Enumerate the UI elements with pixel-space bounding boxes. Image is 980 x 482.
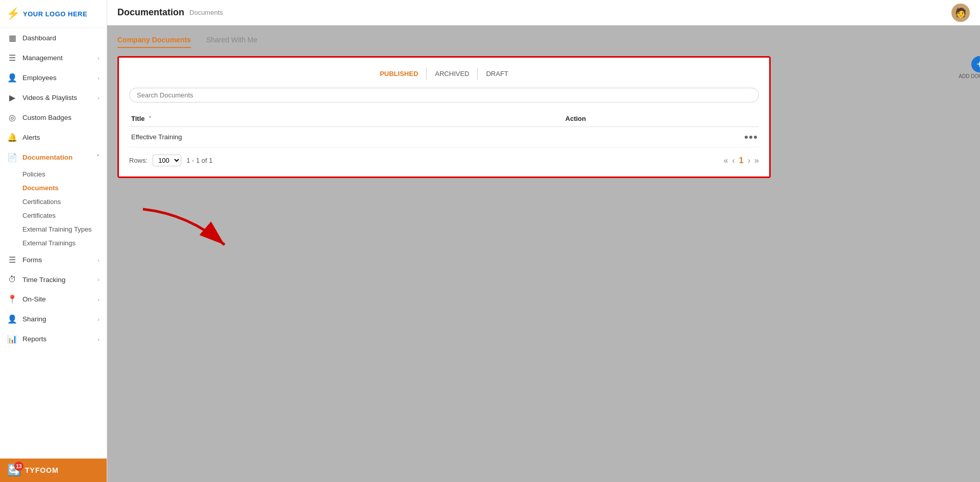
rows-label: Rows: [129, 157, 148, 164]
doc-title-cell: Effective Training [129, 127, 564, 147]
chevron-right-icon: › [97, 316, 100, 322]
sidebar-item-label: On-Site [22, 295, 46, 303]
sidebar-item-videos[interactable]: ▶ Videos & Playlists › [0, 88, 107, 108]
alerts-icon: 🔔 [7, 133, 17, 142]
col-title-label: Title [131, 115, 145, 122]
sidebar-item-custombadges[interactable]: ◎ Custom Badges [0, 108, 107, 128]
timetracking-icon: ⏱ [7, 275, 17, 284]
chevron-right-icon: › [97, 336, 100, 342]
chevron-right-icon: › [97, 55, 100, 61]
prev-page-button[interactable]: ‹ [732, 156, 735, 165]
subitem-policies[interactable]: Policies [22, 167, 107, 181]
chevron-right-icon: › [97, 95, 100, 101]
sidebar: ⚡ YOUR LOGO HERE ▦ Dashboard ☰ Managemen… [0, 0, 107, 482]
subitem-certificates[interactable]: Certificates [22, 209, 107, 222]
search-input[interactable] [137, 91, 751, 99]
subitem-external-training-types[interactable]: External Training Types [22, 222, 107, 236]
documentation-subitems: Policies Documents Certifications Certif… [0, 167, 107, 250]
tab-company-documents[interactable]: Company Documents [117, 36, 191, 48]
arrow-annotation [138, 204, 240, 267]
add-document-button[interactable]: + ADD DOCUMENT [959, 56, 980, 79]
main-tabs: Company Documents Shared With Me [117, 36, 970, 48]
chevron-right-icon: › [97, 257, 100, 263]
page-nav: « ‹ 1 › » [724, 156, 759, 165]
sidebar-item-label: Alerts [22, 134, 40, 141]
status-tab-published[interactable]: PUBLISHED [372, 68, 427, 80]
sidebar-item-label: Documentation [22, 154, 72, 161]
tab-shared-with-me[interactable]: Shared With Me [206, 36, 257, 48]
sidebar-item-label: Time Tracking [22, 276, 65, 284]
chevron-right-icon: › [97, 296, 100, 302]
sidebar-item-label: Dashboard [22, 34, 56, 42]
forms-icon: ☰ [7, 255, 17, 265]
sidebar-item-label: Videos & Playlists [22, 94, 77, 102]
page-1-button[interactable]: 1 [739, 156, 744, 165]
sidebar-item-timetracking[interactable]: ⏱ Time Tracking › [0, 270, 107, 289]
subitem-external-trainings[interactable]: External Trainings [22, 236, 107, 250]
pagination: Rows: 100 50 25 1 - 1 of 1 « ‹ 1 › » [129, 155, 759, 166]
rows-select[interactable]: 100 50 25 [153, 155, 181, 166]
logo-text: YOUR LOGO HERE [23, 10, 87, 18]
sharing-icon: 👤 [7, 314, 17, 324]
sidebar-item-label: Sharing [22, 315, 46, 323]
subitem-documents[interactable]: Documents [22, 181, 107, 195]
main-content: Documentation Documents 🧑 Company Docume… [107, 0, 980, 482]
sidebar-item-documentation[interactable]: 📄 Documentation ˅ [0, 147, 107, 167]
page-info: 1 - 1 of 1 [186, 157, 212, 164]
sidebar-item-onsite[interactable]: 📍 On-Site › [0, 289, 107, 309]
management-icon: ☰ [7, 53, 17, 63]
custombadges-icon: ◎ [7, 113, 17, 122]
table-row: Effective Training [129, 127, 759, 147]
col-action: Action [564, 111, 759, 127]
dashboard-icon: ▦ [7, 33, 17, 43]
add-icon: + [971, 56, 980, 72]
sidebar-item-alerts[interactable]: 🔔 Alerts [0, 128, 107, 147]
subitem-certifications[interactable]: Certifications [22, 195, 107, 209]
logo-icon: ⚡ [6, 7, 20, 20]
notification-badge: 13 [14, 462, 23, 471]
sidebar-nav: ▦ Dashboard ☰ Management › 👤 Employees ›… [0, 28, 107, 459]
documents-panel: PUBLISHED ARCHIVED DRAFT Title ˅ [117, 56, 771, 178]
doc-action-cell[interactable] [564, 127, 759, 147]
first-page-button[interactable]: « [724, 156, 728, 165]
sidebar-item-management[interactable]: ☰ Management › [0, 48, 107, 68]
sidebar-item-label: Management [22, 54, 63, 62]
dot-1 [745, 136, 748, 139]
col-title[interactable]: Title ˅ [129, 111, 564, 127]
page-title: Documentation [117, 7, 184, 18]
dot-2 [749, 136, 752, 139]
search-bar[interactable] [129, 88, 759, 103]
user-avatar[interactable]: 🧑 [951, 4, 970, 22]
status-tabs: PUBLISHED ARCHIVED DRAFT [129, 68, 759, 80]
documents-table: Title ˅ Action Effective Training [129, 111, 759, 147]
tyfoom-bottom-bar[interactable]: 13 🔄 TYFOOM [0, 459, 107, 482]
chevron-right-icon: › [97, 276, 100, 283]
documentation-icon: 📄 [7, 153, 17, 162]
status-tab-draft[interactable]: DRAFT [478, 68, 516, 80]
sidebar-item-reports[interactable]: 📊 Reports › [0, 329, 107, 349]
status-tab-archived[interactable]: ARCHIVED [427, 68, 478, 80]
reports-icon: 📊 [7, 334, 17, 344]
sidebar-item-label: Custom Badges [22, 114, 71, 121]
sidebar-item-label: Forms [22, 256, 42, 264]
sidebar-item-dashboard[interactable]: ▦ Dashboard [0, 28, 107, 48]
sort-icon: ˅ [149, 116, 152, 122]
onsite-icon: 📍 [7, 294, 17, 304]
content-area: Company Documents Shared With Me PUBLISH… [107, 26, 980, 482]
last-page-button[interactable]: » [754, 156, 759, 165]
sidebar-item-label: Employees [22, 74, 57, 82]
tyfoom-label: TYFOOM [25, 466, 59, 474]
arrow-svg [138, 204, 240, 265]
logo-area[interactable]: ⚡ YOUR LOGO HERE [0, 0, 107, 28]
employees-icon: 👤 [7, 73, 17, 83]
dot-3 [754, 136, 757, 139]
chevron-right-icon: › [97, 75, 100, 81]
topbar: Documentation Documents 🧑 [107, 0, 980, 26]
sidebar-item-forms[interactable]: ☰ Forms › [0, 250, 107, 270]
next-page-button[interactable]: › [748, 156, 750, 165]
chevron-down-icon: ˅ [96, 154, 100, 161]
action-menu-dots[interactable] [566, 136, 757, 139]
sidebar-item-employees[interactable]: 👤 Employees › [0, 68, 107, 88]
add-document-label: ADD DOCUMENT [959, 73, 980, 79]
sidebar-item-sharing[interactable]: 👤 Sharing › [0, 309, 107, 329]
